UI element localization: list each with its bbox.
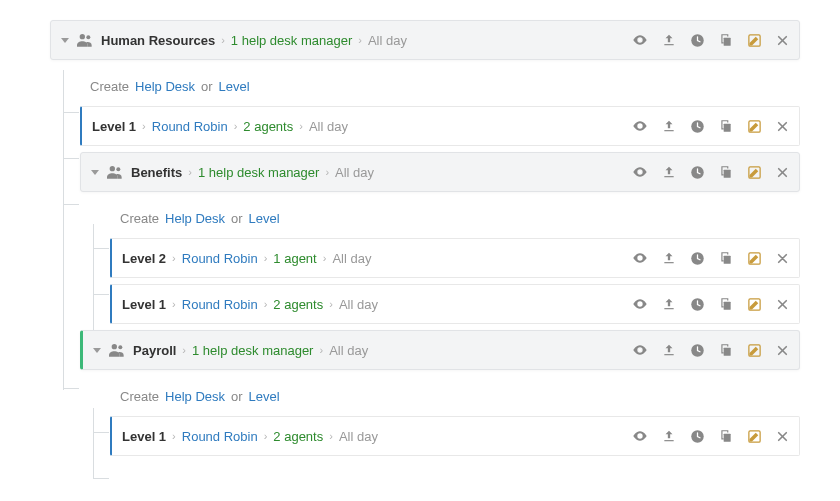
manager-count[interactable]: 1 help desk manager [198, 165, 319, 180]
level-name: Level 2 [122, 251, 166, 266]
visibility-icon[interactable] [632, 342, 648, 358]
agent-count[interactable]: 2 agents [273, 429, 323, 444]
agent-count[interactable]: 2 agents [273, 297, 323, 312]
edit-icon[interactable] [747, 251, 762, 266]
dept-name: Human Resources [101, 33, 215, 48]
edit-icon[interactable] [747, 119, 762, 134]
move-up-icon[interactable] [662, 343, 676, 357]
level-row[interactable]: Level 1›Round Robin›2 agents›All day [80, 106, 800, 146]
move-up-icon[interactable] [662, 33, 676, 47]
level-row[interactable]: Level 1›Round Robin›2 agents›All day [110, 284, 800, 324]
expand-caret-icon[interactable] [61, 38, 69, 43]
delete-icon[interactable] [776, 120, 789, 133]
duplicate-icon[interactable] [719, 429, 733, 443]
separator: › [299, 120, 303, 132]
move-up-icon[interactable] [662, 251, 676, 265]
duplicate-icon[interactable] [719, 251, 733, 265]
visibility-icon[interactable] [632, 164, 648, 180]
separator: › [172, 430, 176, 442]
dept-row-hr[interactable]: Human Resources›1 help desk manager›All … [50, 20, 800, 60]
dept-row-payroll[interactable]: Payroll›1 help desk manager›All day [80, 330, 800, 370]
visibility-icon[interactable] [632, 32, 648, 48]
separator: › [172, 252, 176, 264]
visibility-icon[interactable] [632, 250, 648, 266]
schedule-icon[interactable] [690, 33, 705, 48]
assignment-type[interactable]: Round Robin [182, 251, 258, 266]
delete-icon[interactable] [776, 252, 789, 265]
duplicate-icon[interactable] [719, 297, 733, 311]
move-up-icon[interactable] [662, 119, 676, 133]
level-row[interactable]: Level 1›Round Robin›2 agents›All day [110, 416, 800, 456]
delete-icon[interactable] [776, 166, 789, 179]
svg-point-31 [639, 349, 642, 352]
delete-icon[interactable] [776, 430, 789, 443]
duplicate-icon[interactable] [719, 343, 733, 357]
agent-count[interactable]: 2 agents [243, 119, 293, 134]
visibility-icon[interactable] [632, 118, 648, 134]
delete-icon[interactable] [776, 344, 789, 357]
dept-row-benefits[interactable]: Benefits›1 help desk manager›All day [80, 152, 800, 192]
users-icon [109, 343, 125, 357]
dept-name: Benefits [131, 165, 182, 180]
dept-name: Payroll [133, 343, 176, 358]
edit-icon[interactable] [747, 33, 762, 48]
assignment-type[interactable]: Round Robin [152, 119, 228, 134]
create-helpdesk-link[interactable]: Help Desk [165, 389, 225, 404]
create-level-link[interactable]: Level [249, 211, 280, 226]
svg-point-36 [639, 435, 642, 438]
create-level-link[interactable]: Level [249, 389, 280, 404]
create-helpdesk-link[interactable]: Help Desk [165, 211, 225, 226]
svg-point-13 [116, 167, 120, 171]
separator: › [319, 344, 323, 356]
move-up-icon[interactable] [662, 297, 676, 311]
svg-point-19 [639, 257, 642, 260]
schedule-icon[interactable] [690, 343, 705, 358]
schedule-label: All day [309, 119, 348, 134]
manager-count[interactable]: 1 help desk manager [231, 33, 352, 48]
schedule-icon[interactable] [690, 165, 705, 180]
edit-icon[interactable] [747, 165, 762, 180]
duplicate-icon[interactable] [719, 165, 733, 179]
move-up-icon[interactable] [662, 429, 676, 443]
move-up-icon[interactable] [662, 165, 676, 179]
users-icon [77, 33, 93, 47]
delete-icon[interactable] [776, 298, 789, 311]
create-level-link[interactable]: Level [219, 79, 250, 94]
level-row[interactable]: Level 2›Round Robin›1 agent›All day [110, 238, 800, 278]
svg-rect-5 [724, 38, 731, 46]
assignment-type[interactable]: Round Robin [182, 429, 258, 444]
expand-caret-icon[interactable] [91, 170, 99, 175]
create-row: Create Help Desk or Level [80, 66, 800, 106]
agent-count[interactable]: 1 agent [273, 251, 316, 266]
or-label: or [231, 389, 243, 404]
edit-icon[interactable] [747, 343, 762, 358]
visibility-icon[interactable] [632, 296, 648, 312]
visibility-icon[interactable] [632, 428, 648, 444]
svg-point-2 [639, 39, 642, 42]
svg-point-12 [110, 166, 115, 171]
schedule-icon[interactable] [690, 119, 705, 134]
edit-icon[interactable] [747, 429, 762, 444]
duplicate-icon[interactable] [719, 119, 733, 133]
schedule-icon[interactable] [690, 251, 705, 266]
manager-count[interactable]: 1 help desk manager [192, 343, 313, 358]
assignment-type[interactable]: Round Robin [182, 297, 258, 312]
svg-rect-32 [664, 354, 673, 355]
delete-icon[interactable] [776, 34, 789, 47]
separator: › [358, 34, 362, 46]
create-label: Create [90, 79, 129, 94]
separator: › [264, 298, 268, 310]
schedule-label: All day [335, 165, 374, 180]
separator: › [329, 298, 333, 310]
duplicate-icon[interactable] [719, 33, 733, 47]
schedule-label: All day [329, 343, 368, 358]
svg-point-24 [639, 303, 642, 306]
svg-point-0 [80, 34, 85, 39]
or-label: or [201, 79, 213, 94]
svg-point-1 [86, 35, 90, 39]
create-helpdesk-link[interactable]: Help Desk [135, 79, 195, 94]
expand-caret-icon[interactable] [93, 348, 101, 353]
schedule-icon[interactable] [690, 297, 705, 312]
edit-icon[interactable] [747, 297, 762, 312]
schedule-icon[interactable] [690, 429, 705, 444]
